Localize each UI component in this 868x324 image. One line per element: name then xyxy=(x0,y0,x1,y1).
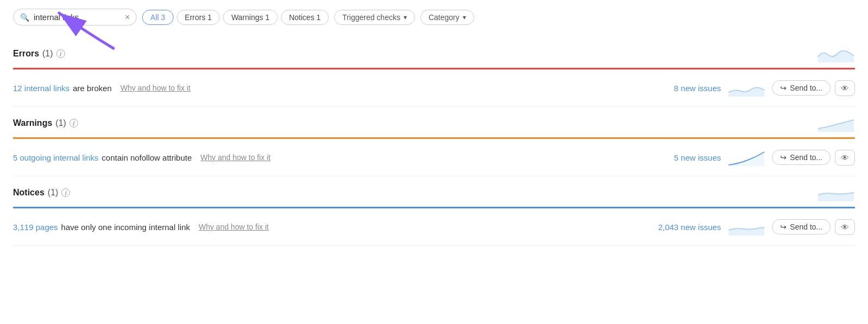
warning-eye-button[interactable]: 👁 xyxy=(835,150,855,166)
notice-issue-desc: 3,119 pages have only one incoming inter… xyxy=(13,223,649,232)
warning-fix-link[interactable]: Why and how to fix it xyxy=(201,153,271,162)
eye-icon: 👁 xyxy=(841,153,849,162)
eye-icon: 👁 xyxy=(841,84,849,93)
warning-send-button[interactable]: ↪ Send to... xyxy=(772,150,831,165)
notice-issue-text: have only one incoming internal link xyxy=(61,223,190,232)
tab-notices[interactable]: Notices 1 xyxy=(281,10,329,25)
tab-all[interactable]: All 3 xyxy=(142,10,173,25)
errors-info-icon[interactable]: i xyxy=(56,49,65,58)
notice-send-button[interactable]: ↪ Send to... xyxy=(772,219,831,234)
errors-section-header: Errors (1) i xyxy=(13,37,855,68)
tab-warnings[interactable]: Warnings 1 xyxy=(223,10,277,25)
warning-action-buttons: ↪ Send to... 👁 xyxy=(772,150,855,166)
send-icon: ↪ xyxy=(780,223,787,231)
warning-issue-row: 5 outgoing internal links contain nofoll… xyxy=(13,139,855,176)
notice-issue-sparkline xyxy=(727,218,765,236)
notice-fix-link[interactable]: Why and how to fix it xyxy=(199,223,269,231)
search-box: 🔍 × xyxy=(13,9,137,26)
toolbar: 🔍 × All 3 Errors 1 Warnings 1 Notices 1 … xyxy=(13,9,855,26)
warning-issue-desc: 5 outgoing internal links contain nofoll… xyxy=(13,153,649,162)
notices-sparkline xyxy=(817,184,855,201)
error-issue-row: 12 internal links are broken Why and how… xyxy=(13,69,855,107)
chevron-down-icon: ▾ xyxy=(463,14,466,21)
triggered-checks-dropdown[interactable]: Triggered checks ▾ xyxy=(334,10,415,25)
error-action-buttons: ↪ Send to... 👁 xyxy=(772,80,855,96)
notice-action-buttons: ↪ Send to... 👁 xyxy=(772,219,855,235)
notice-new-issues: 2,043 new issues xyxy=(656,223,721,232)
errors-title: Errors (1) i xyxy=(13,49,65,59)
send-icon: ↪ xyxy=(780,84,787,92)
error-send-button[interactable]: ↪ Send to... xyxy=(772,80,831,96)
error-fix-link[interactable]: Why and how to fix it xyxy=(120,84,190,92)
notice-eye-button[interactable]: 👁 xyxy=(835,219,855,235)
warning-issue-sparkline xyxy=(727,149,765,166)
notices-title: Notices (1) i xyxy=(13,188,70,198)
category-dropdown[interactable]: Category ▾ xyxy=(420,10,474,25)
send-icon: ↪ xyxy=(780,153,787,162)
warning-issue-text: contain nofollow attribute xyxy=(102,153,192,162)
notice-issue-link[interactable]: 3,119 pages xyxy=(13,223,58,232)
filter-tabs: All 3 Errors 1 Warnings 1 Notices 1 xyxy=(142,10,329,25)
warning-new-issues: 5 new issues xyxy=(656,153,721,162)
error-issue-sparkline xyxy=(727,79,765,97)
search-icon: 🔍 xyxy=(20,13,29,22)
error-issue-text: are broken xyxy=(73,84,112,93)
warning-issue-link[interactable]: 5 outgoing internal links xyxy=(13,153,99,162)
notices-info-icon[interactable]: i xyxy=(61,188,70,197)
error-issue-desc: 12 internal links are broken Why and how… xyxy=(13,84,649,93)
search-input[interactable] xyxy=(34,12,120,22)
errors-sparkline xyxy=(817,45,855,62)
warnings-section-header: Warnings (1) i xyxy=(13,107,855,137)
warnings-title: Warnings (1) i xyxy=(13,118,78,128)
error-new-issues: 8 new issues xyxy=(656,84,721,93)
warnings-info-icon[interactable]: i xyxy=(69,119,78,128)
tab-errors[interactable]: Errors 1 xyxy=(177,10,220,25)
eye-icon: 👁 xyxy=(841,223,849,232)
error-eye-button[interactable]: 👁 xyxy=(835,80,855,96)
clear-search-button[interactable]: × xyxy=(125,13,130,22)
warnings-sparkline xyxy=(817,115,855,132)
notices-section-header: Notices (1) i xyxy=(13,176,855,207)
error-issue-link[interactable]: 12 internal links xyxy=(13,84,69,93)
notice-issue-row: 3,119 pages have only one incoming inter… xyxy=(13,208,855,246)
chevron-down-icon: ▾ xyxy=(404,14,407,21)
